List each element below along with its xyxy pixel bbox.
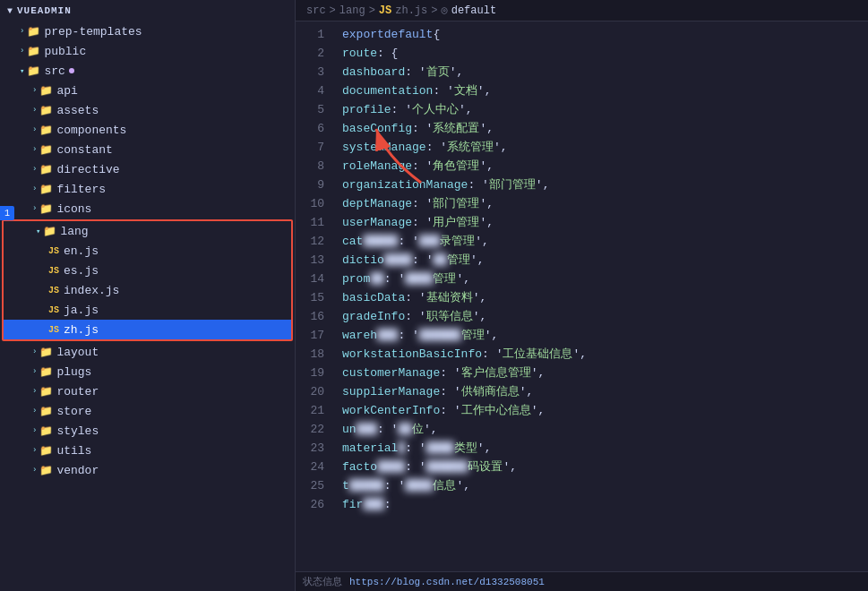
folder-closed-icon: 📁 bbox=[39, 405, 53, 418]
code-line: t█████: '████信息', bbox=[342, 476, 857, 495]
line-number: 19 bbox=[296, 364, 324, 382]
sidebar-item-layout[interactable]: ›📁layout bbox=[0, 342, 295, 362]
editor-panel: src > lang > JS zh.js > ◎ default 123456… bbox=[296, 0, 868, 591]
code-line: prom██: '████管理', bbox=[342, 270, 857, 288]
folder-arrow-icon: › bbox=[32, 86, 37, 95]
code-line: cat█████: '███录管理', bbox=[342, 232, 857, 251]
sidebar-item-utils[interactable]: ›📁utils bbox=[0, 441, 295, 460]
folder-closed-icon: 📁 bbox=[39, 163, 53, 176]
item-label: router bbox=[56, 385, 99, 398]
folder-closed-icon: 📁 bbox=[39, 444, 53, 458]
sidebar-item-api[interactable]: ›📁api bbox=[0, 81, 295, 100]
breadcrumb-sep-2: > bbox=[369, 4, 375, 17]
js-badge: JS bbox=[48, 246, 59, 256]
sidebar-item-filters[interactable]: ›📁filters bbox=[0, 179, 295, 199]
folder-arrow-icon: ▾ bbox=[36, 227, 40, 236]
code-line: organizationManage: '部门管理', bbox=[342, 176, 857, 194]
code-line: roleManage: '角色管理', bbox=[342, 157, 857, 176]
item-label: index.js bbox=[64, 284, 119, 297]
folder-arrow-icon: › bbox=[32, 165, 37, 174]
folder-arrow-icon: › bbox=[32, 106, 37, 115]
line-number: 5 bbox=[296, 100, 324, 119]
folder-arrow-icon: › bbox=[32, 387, 37, 396]
sidebar-item-prep-templates[interactable]: ›📁prep-templates bbox=[0, 21, 295, 41]
sidebar-item-constant[interactable]: ›📁constant bbox=[0, 140, 295, 159]
folder-arrow-icon: › bbox=[32, 367, 37, 376]
item-label: api bbox=[56, 84, 77, 98]
code-line: workCenterInfo: '工作中心信息', bbox=[342, 401, 857, 420]
breadcrumb-zhjs: zh.js bbox=[395, 4, 427, 17]
code-line: baseConfig: '系统配置', bbox=[342, 119, 857, 138]
breadcrumb-sep-1: > bbox=[330, 4, 336, 17]
line-number: 2 bbox=[296, 44, 324, 63]
breadcrumb-sep-3: > bbox=[431, 4, 437, 17]
item-label: store bbox=[56, 405, 91, 418]
folder-closed-icon: 📁 bbox=[39, 424, 53, 438]
breadcrumb-src: src bbox=[306, 4, 326, 17]
folder-open-icon: 📁 bbox=[27, 64, 40, 78]
folder-closed-icon: 📁 bbox=[27, 45, 40, 58]
sidebar-item-plugs[interactable]: ›📁plugs bbox=[0, 362, 295, 381]
code-line: export default { bbox=[342, 25, 857, 44]
sidebar-item-public[interactable]: ›📁public bbox=[0, 41, 295, 61]
code-line: customerManage: '客户信息管理', bbox=[342, 364, 857, 382]
line-number: 25 bbox=[296, 476, 324, 495]
lang-folder-highlight: ▾📁langJSen.jsJSes.jsJSindex.jsJSja.jsJSz… bbox=[2, 219, 293, 341]
code-line: documentation: '文档', bbox=[342, 81, 857, 100]
sidebar-item-esjs[interactable]: JSes.js bbox=[4, 261, 291, 280]
item-label: ja.js bbox=[64, 304, 99, 317]
item-label: src bbox=[44, 64, 64, 78]
sidebar-item-assets[interactable]: ›📁assets bbox=[0, 100, 295, 120]
sidebar-item-lang[interactable]: ▾📁lang bbox=[4, 221, 291, 241]
sidebar-item-store[interactable]: ›📁store bbox=[0, 401, 295, 421]
code-line: gradeInfo: '职等信息', bbox=[342, 307, 857, 326]
folder-closed-icon: 📁 bbox=[39, 464, 53, 477]
line-number: 11 bbox=[296, 213, 324, 232]
sidebar-item-vendor[interactable]: ›📁vendor bbox=[0, 460, 295, 480]
code-lines: export default { route: { dashboard: '首页… bbox=[342, 25, 857, 514]
breadcrumb-symbol-icon: ◎ bbox=[441, 4, 447, 17]
editor-content: 1234567891011121314151617181920212223242… bbox=[296, 21, 868, 571]
code-line: supplierManage: '供销商信息', bbox=[342, 382, 857, 401]
line-numbers: 1234567891011121314151617181920212223242… bbox=[296, 21, 331, 571]
line-number: 15 bbox=[296, 288, 324, 307]
sidebar-item-router[interactable]: ›📁router bbox=[0, 381, 295, 401]
folder-closed-icon: 📁 bbox=[39, 346, 53, 359]
folder-arrow-icon: › bbox=[32, 466, 37, 475]
line-number: 9 bbox=[296, 176, 324, 194]
code-line: facto████: '██████码设置', bbox=[342, 458, 857, 476]
sidebar-item-icons[interactable]: ›📁icons bbox=[0, 199, 295, 218]
sidebar-item-components[interactable]: ›📁components bbox=[0, 120, 295, 140]
folder-closed-icon: 📁 bbox=[39, 143, 53, 157]
folder-arrow-icon: › bbox=[20, 27, 24, 36]
item-label: assets bbox=[56, 104, 99, 117]
sidebar-title-text: VUEADMIN bbox=[17, 5, 72, 16]
file-tree: ›📁prep-templates›📁public▾📁src›📁api›📁asse… bbox=[0, 21, 295, 480]
folder-arrow-icon: › bbox=[32, 407, 37, 415]
item-label: en.js bbox=[64, 244, 99, 258]
js-badge: JS bbox=[48, 266, 59, 276]
sidebar-title: ▼ VUEADMIN bbox=[0, 0, 295, 21]
code-line: route: { bbox=[342, 44, 857, 63]
line-number: 26 bbox=[296, 495, 324, 514]
sidebar-item-src[interactable]: ▾📁src bbox=[0, 61, 295, 81]
folder-closed-icon: 📁 bbox=[27, 25, 40, 39]
code-editor[interactable]: export default { route: { dashboard: '首页… bbox=[331, 21, 868, 571]
folder-closed-icon: 📁 bbox=[39, 202, 53, 216]
folder-arrow-icon: › bbox=[32, 426, 37, 435]
code-line: profile: '个人中心', bbox=[342, 100, 857, 119]
sidebar-item-zhjs[interactable]: JSzh.js bbox=[4, 320, 291, 339]
item-label: directive bbox=[56, 163, 119, 176]
sidebar-item-enjs[interactable]: JSen.js bbox=[4, 241, 291, 261]
code-line: dictio████: '██管理', bbox=[342, 251, 857, 270]
notification-badge: 1 bbox=[0, 206, 14, 220]
sidebar-item-jajs[interactable]: JSja.js bbox=[4, 300, 291, 320]
code-line: deptManage: '部门管理', bbox=[342, 194, 857, 213]
sidebar-item-indexjs[interactable]: JSindex.js bbox=[4, 280, 291, 300]
folder-arrow-icon: › bbox=[32, 204, 37, 213]
line-number: 16 bbox=[296, 307, 324, 326]
status-link[interactable]: https://blog.csdn.net/d1332508051 bbox=[349, 577, 545, 587]
editor-breadcrumb: src > lang > JS zh.js > ◎ default bbox=[296, 0, 868, 21]
sidebar-item-directive[interactable]: ›📁directive bbox=[0, 159, 295, 179]
sidebar-item-styles[interactable]: ›📁styles bbox=[0, 421, 295, 441]
